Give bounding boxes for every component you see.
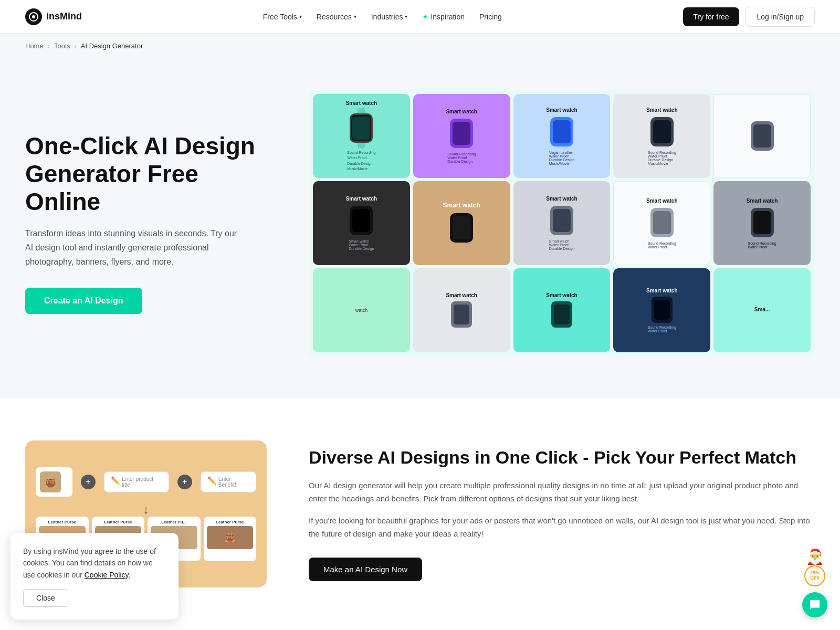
- breadcrumb-sep: ›: [48, 42, 50, 50]
- cookie-text: By using insMind you agree to the use of…: [23, 545, 166, 581]
- hero-image: Smart watch Sound RecordingWater ProofDu…: [309, 90, 815, 356]
- benefit-input: ✏️ Enter Benefit!: [201, 471, 256, 492]
- hero-description: Transform ideas into stunning visuals in…: [25, 226, 246, 269]
- svg-point-1: [32, 15, 35, 18]
- hero-section: One-Click AI Design Generator Free Onlin…: [0, 58, 840, 398]
- watch-cell: watch: [313, 268, 410, 352]
- chevron-down-icon: ▾: [405, 14, 407, 19]
- try-free-button[interactable]: Try for free: [683, 7, 740, 26]
- hero-title: One-Click AI Design Generator Free Onlin…: [25, 132, 277, 216]
- navbar: insMind Free Tools ▾ Resources ▾ Industr…: [0, 0, 840, 34]
- nav-actions: Try for free Log in/Sign up: [683, 7, 815, 27]
- plus-icon: +: [81, 475, 96, 489]
- watch-cell: Sma...: [713, 268, 811, 352]
- watch-cell: Smart watch: [413, 181, 510, 265]
- chevron-down-icon: ▾: [354, 14, 356, 19]
- watch-cell: Smart watch Sound RecordingWater ProofDu…: [413, 94, 510, 178]
- chat-widget-button[interactable]: [802, 592, 827, 617]
- arrow-down-icon: ↓: [143, 503, 149, 517]
- cookie-policy-link[interactable]: Cookie Policy: [85, 571, 129, 579]
- watch-cell: [713, 94, 811, 178]
- chat-icon: [809, 599, 821, 611]
- plus-icon-2: +: [177, 475, 192, 489]
- watch-cell: Smart watch Smart watchWater ProofDurabl…: [513, 181, 611, 265]
- watch-grid: Smart watch Sound RecordingWater ProofDu…: [309, 90, 815, 356]
- section2-para2: If you're looking for beautiful graphics…: [309, 514, 815, 541]
- login-button[interactable]: Log in/Sign up: [746, 7, 815, 27]
- watch-cell: Smart watch Sound RecordingWater ProofDu…: [313, 94, 410, 178]
- promo-badge: 25% OFF: [804, 565, 825, 586]
- create-design-button[interactable]: Create an AI Design: [25, 288, 142, 314]
- nav-inspiration[interactable]: ✦ Inspiration: [422, 13, 465, 21]
- watch-cell: Smart watch Sound RecordingWater Proof: [613, 181, 710, 265]
- nav-pricing[interactable]: Pricing: [479, 13, 502, 21]
- watch-cell: Smart watch Sound RecordingWater ProofDu…: [613, 94, 710, 178]
- watch-cell: Smart watch Sound RecordingWater Proof: [713, 181, 811, 265]
- cookie-banner: By using insMind you agree to the use of…: [10, 533, 178, 620]
- make-design-button[interactable]: Make an AI Design Now: [309, 558, 422, 581]
- nav-resources[interactable]: Resources ▾: [317, 13, 356, 21]
- breadcrumb-sep-2: ›: [74, 42, 76, 50]
- breadcrumb: Home › Tools › AI Design Generator: [0, 34, 840, 58]
- brand-logo[interactable]: insMind: [25, 8, 82, 25]
- nav-free-tools[interactable]: Free Tools ▾: [263, 13, 302, 21]
- breadcrumb-current: AI Design Generator: [81, 42, 143, 50]
- logo-icon: [25, 8, 42, 25]
- watch-cell: Smart watch Sound RecordingWater Proof: [613, 268, 710, 352]
- section2-para1: Our AI design generator will help you cr…: [309, 479, 815, 506]
- section2-content: Diverse AI Designs in One Click - Pick Y…: [309, 447, 815, 581]
- chevron-down-icon: ▾: [299, 14, 302, 19]
- brand-name: insMind: [46, 11, 82, 22]
- promo-santa-icon: 🎅: [806, 548, 824, 565]
- product-title-input: ✏️ Enter product title: [104, 471, 169, 492]
- watch-cell: Smart watch: [413, 268, 510, 352]
- cookie-close-button[interactable]: Close: [23, 589, 68, 607]
- section2-title: Diverse AI Designs in One Click - Pick Y…: [309, 447, 815, 468]
- breadcrumb-tools[interactable]: Tools: [54, 42, 70, 50]
- watch-cell: Smart watch Smart watchWater ProofDurabl…: [313, 181, 410, 265]
- promo-character[interactable]: 🎅 25% OFF: [798, 546, 832, 588]
- nav-links: Free Tools ▾ Resources ▾ Industries ▾ ✦ …: [263, 13, 502, 21]
- hero-content: One-Click AI Design Generator Free Onlin…: [25, 132, 277, 314]
- watch-cell: Smart watch Vegan LeatherWater ProofDura…: [513, 94, 611, 178]
- nav-industries[interactable]: Industries ▾: [371, 13, 408, 21]
- breadcrumb-home[interactable]: Home: [25, 42, 44, 50]
- watch-cell: Smart watch: [513, 268, 611, 352]
